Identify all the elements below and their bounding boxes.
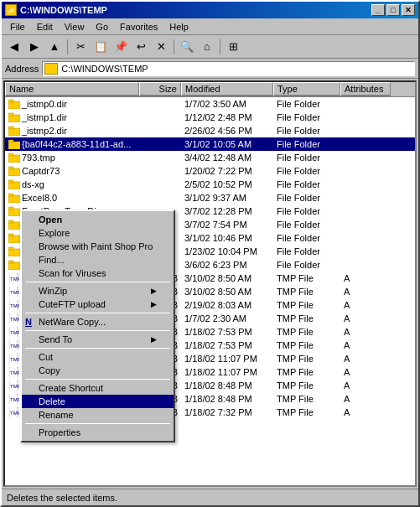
file-type: File Folder bbox=[273, 166, 340, 176]
table-row[interactable]: {ba0f44c2-a883-11d1-ad... 3/1/02 10:05 A… bbox=[5, 137, 415, 151]
file-attr: A bbox=[340, 287, 391, 297]
file-modified: 1/18/02 7:53 PM bbox=[181, 340, 273, 350]
context-menu-item-browse-psp[interactable]: Browse with Paint Shop Pro bbox=[22, 240, 174, 253]
ctx-item-label: Browse with Paint Shop Pro bbox=[39, 241, 157, 251]
table-row[interactable]: ds-xg 2/5/02 10:52 PM File Folder bbox=[5, 178, 415, 191]
col-header-modified[interactable]: Modified bbox=[181, 82, 273, 96]
file-icon bbox=[8, 246, 20, 256]
search-button[interactable]: 🔍 bbox=[178, 38, 196, 56]
svg-text:TMP: TMP bbox=[10, 357, 19, 362]
home-button[interactable]: ⌂ bbox=[198, 38, 216, 56]
ctx-item-label: Rename bbox=[39, 410, 157, 420]
menu-view[interactable]: View bbox=[60, 21, 90, 33]
file-name: _istmp0.dir bbox=[22, 99, 67, 109]
col-header-size[interactable]: Size bbox=[139, 82, 181, 96]
file-type: TMP File bbox=[273, 367, 340, 377]
menu-edit[interactable]: Edit bbox=[32, 21, 58, 33]
file-type: TMP File bbox=[273, 380, 340, 391]
file-type: File Folder bbox=[273, 220, 340, 230]
file-type: File Folder bbox=[273, 139, 340, 149]
table-row[interactable]: Captdr73 1/20/02 7:22 PM File Folder bbox=[5, 164, 415, 178]
table-row[interactable]: _istmp1.dir 1/12/02 2:48 PM File Folder bbox=[5, 111, 415, 124]
file-icon: TMP bbox=[8, 273, 20, 283]
col-header-type[interactable]: Type bbox=[273, 82, 340, 96]
file-name: ds-xg bbox=[22, 179, 44, 189]
context-menu-item-create-shortcut[interactable]: Create Shortcut bbox=[22, 381, 174, 395]
address-input-container[interactable]: C:\WINDOWS\TEMP bbox=[42, 61, 415, 76]
minimize-button[interactable]: _ bbox=[371, 4, 385, 16]
file-icon: TMP bbox=[8, 380, 20, 391]
context-menu-item-netware-copy[interactable]: NNetWare Copy... bbox=[22, 315, 174, 329]
context-menu-item-cuteftp[interactable]: CuteFTP upload▶ bbox=[22, 297, 174, 311]
back-button[interactable]: ◀ bbox=[5, 38, 23, 56]
file-type: TMP File bbox=[273, 327, 340, 337]
file-type: TMP File bbox=[273, 287, 340, 297]
context-menu-item-explore[interactable]: Explore bbox=[22, 226, 174, 240]
file-type: File Folder bbox=[273, 112, 340, 122]
col-header-name[interactable]: Name bbox=[5, 82, 139, 96]
file-type: File Folder bbox=[273, 179, 340, 189]
context-menu-item-open[interactable]: Open bbox=[22, 213, 174, 226]
file-modified: 3/6/02 6:23 PM bbox=[181, 260, 273, 270]
column-headers: Name Size Modified Type Attributes bbox=[5, 82, 415, 97]
file-type: File Folder bbox=[273, 206, 340, 216]
file-list-container: Name Size Modified Type Attributes _istm… bbox=[3, 80, 417, 487]
up-button[interactable]: ▲ bbox=[45, 38, 64, 56]
file-icon: TMP bbox=[8, 300, 20, 310]
file-icon bbox=[8, 206, 20, 216]
undo-button[interactable]: ↩ bbox=[132, 38, 150, 56]
menu-go[interactable]: Go bbox=[91, 21, 113, 33]
delete-button[interactable]: ✕ bbox=[152, 38, 170, 56]
context-menu-item-properties[interactable]: Properties bbox=[22, 426, 174, 439]
window-title: C:\WINDOWS\TEMP bbox=[20, 5, 107, 15]
file-modified: 1/18/02 11:07 PM bbox=[181, 367, 273, 377]
copy-button[interactable]: 📋 bbox=[91, 38, 110, 56]
address-value: C:\WINDOWS\TEMP bbox=[61, 64, 148, 74]
menu-help[interactable]: Help bbox=[164, 21, 194, 33]
ctx-arrow: ▶ bbox=[151, 335, 157, 344]
forward-button[interactable]: ▶ bbox=[25, 38, 44, 56]
col-header-attributes[interactable]: Attributes bbox=[340, 82, 391, 96]
menu-favorites[interactable]: Favorites bbox=[115, 21, 163, 33]
status-text: Deletes the selected items. bbox=[7, 493, 117, 503]
paste-button[interactable]: 📌 bbox=[111, 38, 130, 56]
file-attr: A bbox=[340, 367, 391, 377]
svg-rect-12 bbox=[8, 182, 20, 189]
file-attr: A bbox=[340, 273, 391, 283]
ctx-item-label: NetWare Copy... bbox=[39, 317, 157, 327]
context-menu-item-delete[interactable]: Delete bbox=[22, 395, 174, 408]
context-menu-item-winzip[interactable]: WinZip▶ bbox=[22, 284, 174, 297]
window-icon: 📁 bbox=[5, 4, 17, 16]
address-label: Address bbox=[5, 64, 39, 74]
menu-file[interactable]: File bbox=[5, 21, 30, 33]
views-button[interactable]: ⊞ bbox=[224, 38, 242, 56]
file-icon: TMP bbox=[8, 354, 20, 364]
file-name: Excel8.0 bbox=[22, 193, 57, 203]
table-row[interactable]: 793.tmp 3/4/02 12:48 AM File Folder bbox=[5, 151, 415, 164]
file-type: TMP File bbox=[273, 313, 340, 323]
context-menu-item-find[interactable]: Find... bbox=[22, 253, 174, 266]
table-row[interactable]: _istmp2.dir 2/26/02 4:56 PM File Folder bbox=[5, 124, 415, 137]
context-menu-item-scan[interactable]: Scan for Viruses bbox=[22, 266, 174, 280]
svg-rect-16 bbox=[8, 209, 20, 216]
context-menu-item-cut[interactable]: Cut bbox=[22, 350, 174, 364]
address-bar: Address C:\WINDOWS\TEMP bbox=[2, 59, 418, 79]
context-menu-item-send-to[interactable]: Send To▶ bbox=[22, 333, 174, 346]
file-type: File Folder bbox=[273, 233, 340, 243]
ctx-item-label: Find... bbox=[39, 255, 157, 265]
file-attr: A bbox=[340, 380, 391, 391]
file-modified: 1/12/02 2:48 PM bbox=[181, 112, 273, 122]
close-button[interactable]: ✕ bbox=[402, 4, 415, 16]
maximize-button[interactable]: □ bbox=[386, 4, 400, 16]
file-modified: 2/26/02 4:56 PM bbox=[181, 126, 273, 136]
svg-text:TMP: TMP bbox=[10, 411, 19, 416]
file-modified: 3/1/02 9:37 AM bbox=[181, 193, 273, 203]
context-menu-item-rename[interactable]: Rename bbox=[22, 408, 174, 422]
svg-rect-0 bbox=[8, 101, 20, 109]
cut-button[interactable]: ✂ bbox=[71, 38, 90, 56]
context-menu-item-copy[interactable]: Copy bbox=[22, 364, 174, 377]
table-row[interactable]: _istmp0.dir 1/7/02 3:50 AM File Folder bbox=[5, 97, 415, 111]
file-type: File Folder bbox=[273, 153, 340, 163]
file-type: File Folder bbox=[273, 260, 340, 270]
table-row[interactable]: Excel8.0 3/1/02 9:37 AM File Folder bbox=[5, 191, 415, 204]
